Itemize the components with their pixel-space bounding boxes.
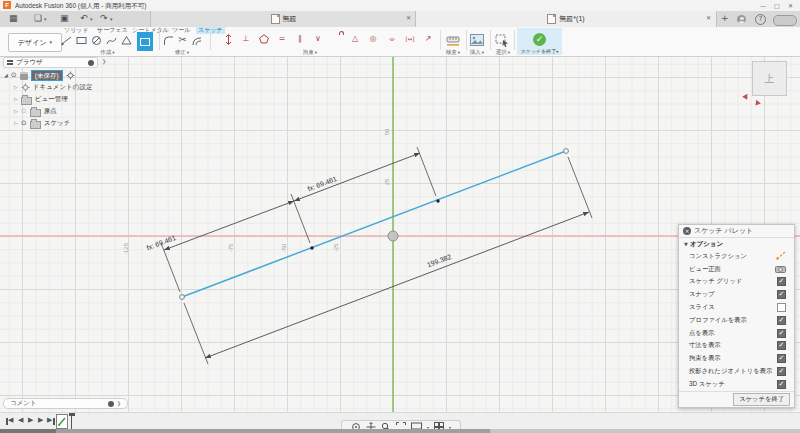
file-menu-caret-icon[interactable] [44, 17, 47, 22]
undo-icon[interactable] [80, 14, 88, 23]
palette-row-snap[interactable]: スナップ [679, 288, 794, 301]
visibility-eye-icon[interactable] [21, 108, 27, 115]
close-button[interactable] [788, 1, 793, 10]
palette-row-construction[interactable]: コンストラクション [679, 250, 794, 263]
document-tab-2[interactable]: 無題*(1) [415, 11, 717, 27]
checkbox[interactable] [777, 303, 786, 312]
browser-header[interactable]: ブラウザ [3, 57, 98, 68]
spline-tool-icon[interactable] [105, 33, 118, 47]
checkbox[interactable] [777, 380, 786, 389]
visibility-eye-icon[interactable] [21, 120, 27, 127]
concentric-constraint-icon[interactable] [367, 34, 379, 44]
line-point[interactable] [436, 199, 439, 202]
sketch-dimension-icon[interactable] [222, 34, 234, 48]
look-at-camera-icon[interactable] [775, 265, 786, 274]
dimension-line-bc[interactable] [294, 153, 420, 201]
checkbox[interactable] [777, 367, 786, 376]
collapsed-icon[interactable] [14, 84, 18, 91]
finish-sketch-check-icon[interactable]: ✓ [533, 33, 546, 46]
new-tab-button[interactable] [721, 14, 729, 23]
checkbox[interactable] [777, 316, 786, 325]
line-point[interactable] [310, 246, 313, 249]
gear-icon[interactable] [66, 71, 75, 80]
browser-item-document-settings[interactable]: ドキュメントの設定 [14, 82, 92, 93]
select-tool-icon[interactable] [494, 33, 510, 47]
file-menu-icon[interactable] [34, 14, 42, 23]
midpoint-constraint-icon[interactable] [404, 34, 416, 44]
sketch-palette-header[interactable]: ✕ スケッチ パレット [679, 225, 794, 238]
browser-root-row[interactable]: (未保存) [4, 70, 75, 81]
offset-tool-icon[interactable] [190, 33, 203, 47]
checkbox[interactable] [777, 329, 786, 338]
palette-row-slice[interactable]: スライス [679, 301, 794, 314]
comment-bar[interactable]: コメント [3, 398, 128, 409]
collapsed-icon[interactable] [14, 120, 18, 127]
play-icon[interactable]: ▶ [28, 417, 33, 424]
finish-sketch-section[interactable]: ✓ スケッチを終了 [517, 28, 562, 55]
checkbox[interactable] [777, 290, 786, 299]
go-to-end-icon[interactable] [53, 418, 55, 425]
timeline-sketch-feature[interactable] [56, 414, 68, 429]
visibility-eye-icon[interactable] [11, 72, 17, 79]
finish-sketch-button[interactable]: スケッチを終了 [733, 393, 790, 406]
palette-row-look-at[interactable]: ビュー正面 [679, 263, 794, 276]
checkbox[interactable] [777, 341, 786, 350]
select-group-label[interactable]: 選択 [488, 49, 518, 56]
palette-row-show-dimensions[interactable]: 寸法を表示 [679, 340, 794, 353]
collapsed-icon[interactable] [14, 108, 18, 115]
polygon-tool-icon[interactable] [120, 33, 133, 47]
palette-row-3d-sketch[interactable]: 3D スケッチ [679, 378, 794, 391]
timeline-scroll-thumb-left[interactable] [0, 429, 56, 433]
rectangle-tool-icon[interactable] [75, 33, 88, 47]
help-icon[interactable] [755, 14, 766, 25]
undo-caret-icon[interactable] [90, 17, 93, 22]
perpendicular-constraint-icon[interactable] [240, 34, 252, 44]
dimension-line-ab[interactable] [164, 201, 294, 250]
dimension-label[interactable]: fx: 69.461 [306, 175, 337, 192]
view-cube[interactable]: 上 [740, 57, 796, 107]
browser-options-icon[interactable] [88, 60, 94, 66]
palette-row-sketch-grid[interactable]: スケッチ グリッド [679, 276, 794, 289]
expand-icon[interactable] [4, 72, 8, 79]
dimension-label[interactable]: 199.382 [426, 253, 452, 269]
checkbox[interactable] [777, 277, 786, 286]
construction-icon[interactable] [776, 251, 786, 261]
save-icon[interactable] [60, 14, 69, 23]
trim-tool-icon[interactable] [176, 33, 189, 47]
palette-row-show-constraints[interactable]: 拘束を表示 [679, 352, 794, 365]
browser-item-sketches[interactable]: スケッチ [14, 118, 70, 129]
document-tab-1[interactable]: 無題 [150, 11, 417, 27]
line-endpoint[interactable] [180, 295, 185, 300]
minimize-button[interactable] [760, 1, 766, 10]
line-endpoint[interactable] [564, 149, 569, 154]
symmetry-constraint-icon[interactable] [386, 34, 398, 44]
step-back-icon[interactable]: ◀ [18, 417, 23, 424]
timeline-playhead[interactable] [69, 413, 75, 416]
origin-point[interactable] [388, 231, 398, 241]
go-to-start-icon[interactable]: ◀ [8, 417, 13, 424]
comment-options-icon[interactable] [108, 401, 114, 407]
close-icon[interactable]: ✕ [683, 227, 691, 235]
app-grid-icon[interactable] [9, 14, 18, 23]
sketch-line[interactable] [182, 151, 566, 297]
measure-tool-icon[interactable] [445, 33, 461, 47]
checkbox[interactable] [777, 354, 786, 363]
create-group-label[interactable]: 作成 [60, 49, 155, 56]
triangle-constraint-icon[interactable] [349, 34, 361, 44]
redo-icon[interactable] [100, 14, 108, 23]
fillet-tool-icon[interactable] [162, 33, 175, 47]
view-cube-top-face[interactable]: 上 [752, 61, 787, 96]
go-to-end-icon[interactable]: ▶ [47, 417, 52, 424]
palette-row-show-projected[interactable]: 投影されたジオメトリを表示 [679, 365, 794, 378]
step-forward-icon[interactable]: ▶ [38, 417, 43, 424]
polygon-constraint-icon[interactable] [258, 34, 270, 47]
line-tool-icon[interactable] [60, 33, 73, 47]
user-badge[interactable] [773, 15, 797, 26]
tab-close-icon[interactable] [406, 15, 411, 21]
parallel-constraint-icon[interactable] [294, 34, 306, 44]
comment-expand-icon[interactable] [117, 401, 121, 406]
tangent-constraint-icon[interactable] [312, 34, 324, 44]
palette-row-show-points[interactable]: 点を表示 [679, 327, 794, 340]
user-avatar[interactable] [737, 15, 746, 24]
circle-tool-icon[interactable] [90, 33, 103, 47]
